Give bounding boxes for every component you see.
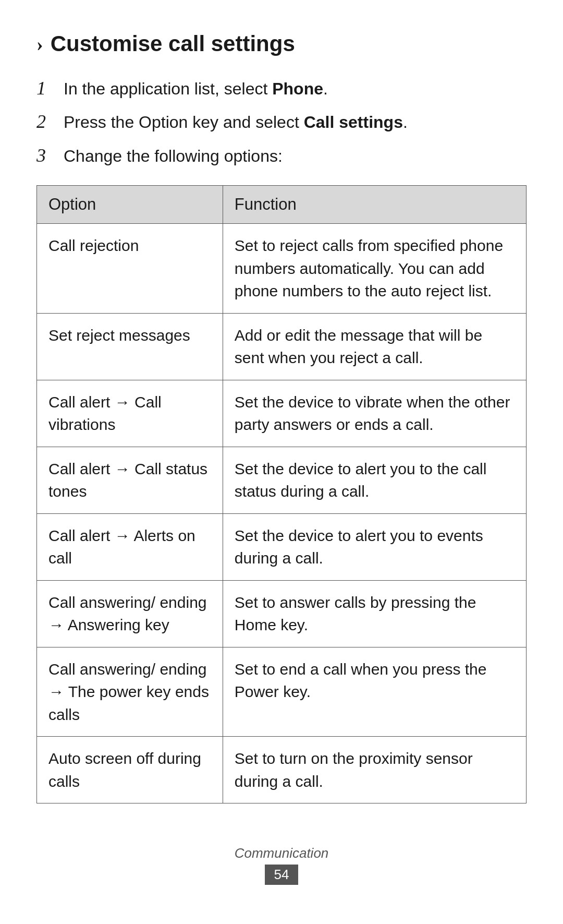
column-header-option: Option	[37, 186, 223, 224]
footer-label: Communication	[36, 845, 527, 861]
step-text-3: Change the following options:	[64, 145, 283, 168]
step-number-1: 1	[36, 75, 55, 101]
table-cell-option-4: Call alert → Alerts on call	[37, 513, 223, 580]
settings-table: Option Function Call rejectionSet to rej…	[36, 185, 527, 803]
table-cell-option-7: Auto screen off during calls	[37, 737, 223, 803]
page-title: Customise call settings	[51, 31, 295, 56]
table-row: Call alert → Alerts on callSet the devic…	[37, 513, 527, 580]
table-cell-function-3: Set the device to alert you to the call …	[223, 447, 526, 513]
table-cell-function-5: Set to answer calls by pressing the Home…	[223, 580, 526, 647]
table-cell-option-5: Call answering/ ending → Answering key	[37, 580, 223, 647]
table-row: Set reject messagesAdd or edit the messa…	[37, 313, 527, 380]
table-row: Call answering/ ending → The power key e…	[37, 647, 527, 737]
table-row: Auto screen off during callsSet to turn …	[37, 737, 527, 803]
table-cell-option-2: Call alert → Call vibrations	[37, 380, 223, 447]
table-cell-option-6: Call answering/ ending → The power key e…	[37, 647, 223, 737]
table-row: Call alert → Call vibrationsSet the devi…	[37, 380, 527, 447]
table-cell-function-7: Set to turn on the proximity sensor duri…	[223, 737, 526, 803]
table-cell-option-0: Call rejection	[37, 224, 223, 314]
table-row: Call answering/ ending → Answering keySe…	[37, 580, 527, 647]
step-3: 3 Change the following options:	[36, 142, 527, 169]
step-1: 1 In the application list, select Phone.	[36, 75, 527, 101]
footer: Communication 54	[36, 845, 527, 885]
column-header-function: Function	[223, 186, 526, 224]
table-header-row: Option Function	[37, 186, 527, 224]
table-cell-function-0: Set to reject calls from specified phone…	[223, 224, 526, 314]
table-cell-function-6: Set to end a call when you press the Pow…	[223, 647, 526, 737]
page-heading: › Customise call settings	[36, 31, 527, 56]
steps-list: 1 In the application list, select Phone.…	[36, 75, 527, 169]
step-number-2: 2	[36, 109, 55, 135]
table-cell-function-2: Set the device to vibrate when the other…	[223, 380, 526, 447]
chevron-icon: ›	[36, 34, 43, 54]
table-cell-function-4: Set the device to alert you to events du…	[223, 513, 526, 580]
table-row: Call alert → Call status tonesSet the de…	[37, 447, 527, 513]
table-cell-function-1: Add or edit the message that will be sen…	[223, 313, 526, 380]
table-cell-option-1: Set reject messages	[37, 313, 223, 380]
table-row: Call rejectionSet to reject calls from s…	[37, 224, 527, 314]
step-text-1: In the application list, select Phone.	[64, 77, 328, 101]
step-number-3: 3	[36, 142, 55, 169]
step-text-2: Press the Option key and select Call set…	[64, 111, 408, 134]
table-cell-option-3: Call alert → Call status tones	[37, 447, 223, 513]
footer-page-number: 54	[265, 865, 299, 885]
step-2: 2 Press the Option key and select Call s…	[36, 109, 527, 135]
